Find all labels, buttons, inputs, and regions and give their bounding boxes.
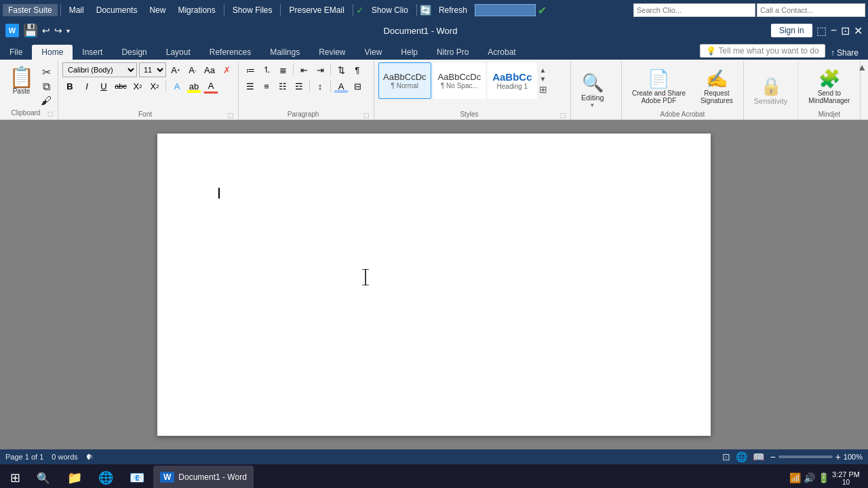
taskbar-new[interactable]: New <box>144 4 171 16</box>
shrink-font-button[interactable]: A- <box>185 62 200 77</box>
document-page[interactable] <box>157 134 711 436</box>
increase-indent-button[interactable]: ⇥ <box>313 62 328 77</box>
taskbar-email[interactable]: 📧 <box>122 466 152 488</box>
decrease-indent-button[interactable]: ⇤ <box>296 62 311 77</box>
sign-in-button[interactable]: Sign in <box>771 24 812 37</box>
justify-button[interactable]: ☲ <box>292 79 307 94</box>
customize-qat-button[interactable]: ▾ <box>66 27 70 35</box>
tell-me-box[interactable]: 💡 Tell me what you want to do <box>700 44 825 58</box>
tab-help[interactable]: Help <box>391 45 427 60</box>
start-button[interactable]: ⊞ <box>3 466 27 488</box>
font-name-select[interactable]: Calibri (Body) <box>62 62 137 77</box>
taskbar-show-files[interactable]: Show Files <box>227 4 278 16</box>
print-layout-button[interactable]: ⊡ <box>722 451 730 462</box>
copy-button[interactable]: ⧉ <box>39 80 54 94</box>
font-color-button[interactable]: A <box>203 79 218 94</box>
tab-home[interactable]: Home <box>32 45 73 60</box>
word-count[interactable]: 0 words <box>52 453 78 461</box>
align-right-button[interactable]: ☷ <box>275 79 290 94</box>
share-button[interactable]: ↑ Share <box>825 48 864 58</box>
taskbar-mail[interactable]: Mail <box>64 4 90 16</box>
tab-layout[interactable]: Layout <box>157 45 200 60</box>
mindmanager-button[interactable]: 🧩 Send toMindManager <box>802 65 856 108</box>
undo-button[interactable]: ↩ <box>42 25 50 36</box>
shading-button[interactable]: A <box>334 79 349 94</box>
read-mode-button[interactable]: 📖 <box>753 451 764 462</box>
text-effects-button[interactable]: A <box>170 79 184 94</box>
tab-mailings[interactable]: Mailings <box>260 45 309 60</box>
grow-font-button[interactable]: A+ <box>168 62 183 77</box>
sort-button[interactable]: ⇅ <box>334 62 349 77</box>
editing-button[interactable]: 🔍 Editing ▾ <box>575 69 610 112</box>
styles-scroll-up[interactable]: ▲ <box>539 66 547 74</box>
zoom-in-button[interactable]: + <box>835 451 841 462</box>
styles-scroll-down[interactable]: ▼ <box>539 75 547 83</box>
numbering-button[interactable]: ⒈ <box>259 62 274 77</box>
line-spacing-button[interactable]: ↕ <box>313 79 328 94</box>
minimize-button[interactable]: − <box>831 24 837 37</box>
restore-button[interactable]: ⊡ <box>841 24 850 37</box>
taskbar-show-clio[interactable]: Show Clio <box>366 4 414 16</box>
word-taskbar-button[interactable]: W Document1 - Word <box>153 466 254 488</box>
page-count[interactable]: Page 1 of 1 <box>5 453 43 461</box>
call-contact-input[interactable] <box>757 3 865 17</box>
tab-view[interactable]: View <box>355 45 392 60</box>
web-layout-button[interactable]: 🌐 <box>736 451 747 462</box>
ribbon-display-options-button[interactable]: ⬚ <box>816 24 827 37</box>
align-left-button[interactable]: ☰ <box>243 79 258 94</box>
borders-button[interactable]: ⊟ <box>350 79 365 94</box>
format-painter-button[interactable]: 🖌 <box>39 94 54 108</box>
highlight-button[interactable]: ab <box>186 79 201 94</box>
clear-formatting-button[interactable]: ✗ <box>219 62 234 77</box>
taskbar-preserve-email[interactable]: Preserve EMail <box>283 4 349 16</box>
tab-design[interactable]: Design <box>112 45 156 60</box>
tab-review[interactable]: Review <box>309 45 355 60</box>
style-no-spacing[interactable]: AaBbCcDc ¶ No Spac... <box>433 62 486 99</box>
tab-insert[interactable]: Insert <box>73 45 112 60</box>
styles-expand-icon[interactable]: ⬚ <box>560 112 566 119</box>
taskbar-browser[interactable]: 🌐 <box>91 466 121 488</box>
taskbar-documents[interactable]: Documents <box>91 4 143 16</box>
tab-nitro-pro[interactable]: Nitro Pro <box>427 45 478 60</box>
styles-expand[interactable]: ⊞ <box>539 84 547 95</box>
underline-button[interactable]: U <box>96 79 111 94</box>
multilevel-button[interactable]: ≣ <box>275 62 290 77</box>
style-normal[interactable]: AaBbCcDc ¶ Normal <box>378 62 431 99</box>
taskbar-file-explorer[interactable]: 📁 <box>60 466 90 488</box>
paragraph-expand-icon[interactable]: ⬚ <box>363 112 370 119</box>
bold-button[interactable]: B <box>62 79 77 94</box>
taskbar-faster-suite[interactable]: Faster Suite <box>3 4 58 16</box>
system-clock[interactable]: 3:27 PM 10 <box>832 470 860 486</box>
subscript-button[interactable]: X2 <box>130 79 145 94</box>
close-button[interactable]: ✕ <box>854 24 863 37</box>
request-signatures-button[interactable]: ✍ RequestSignatures <box>694 65 739 108</box>
strikethrough-button[interactable]: abc <box>113 79 128 94</box>
paste-button[interactable]: 📋 Paste <box>4 64 39 108</box>
save-button[interactable]: 💾 <box>23 23 38 38</box>
taskbar-migrations[interactable]: Migrations <box>172 4 220 16</box>
align-center-button[interactable]: ≡ <box>259 79 274 94</box>
redo-button[interactable]: ↪ <box>54 25 62 36</box>
ribbon-collapse-button[interactable]: ▲ <box>857 61 867 73</box>
language-indicator[interactable]: 🗣 <box>86 453 94 461</box>
style-heading1[interactable]: AaBbCc Heading 1 <box>488 62 536 99</box>
show-hide-button[interactable]: ¶ <box>350 62 365 77</box>
zoom-slider[interactable] <box>778 455 833 458</box>
tab-file[interactable]: File <box>0 45 32 60</box>
sensitivity-button[interactable]: 🔒 Sensitivity <box>748 73 794 108</box>
tab-acrobat[interactable]: Acrobat <box>478 45 525 60</box>
font-expand-icon[interactable]: ⬚ <box>228 112 234 119</box>
change-case-button[interactable]: Aa <box>202 62 217 77</box>
italic-button[interactable]: I <box>79 79 94 94</box>
bullets-button[interactable]: ≔ <box>243 62 258 77</box>
taskbar-search-button[interactable]: 🔍 <box>28 466 58 488</box>
superscript-button[interactable]: X2 <box>147 79 162 94</box>
zoom-out-button[interactable]: − <box>770 451 775 462</box>
font-size-select[interactable]: 11 <box>139 62 166 77</box>
create-adobe-button[interactable]: 📄 Create and ShareAdobe PDF <box>626 65 692 108</box>
cut-button[interactable]: ✂ <box>39 65 54 79</box>
taskbar-refresh[interactable]: Refresh <box>433 4 473 16</box>
tab-references[interactable]: References <box>200 45 260 60</box>
refresh-input[interactable] <box>475 4 536 16</box>
search-clio-input[interactable] <box>633 3 755 17</box>
